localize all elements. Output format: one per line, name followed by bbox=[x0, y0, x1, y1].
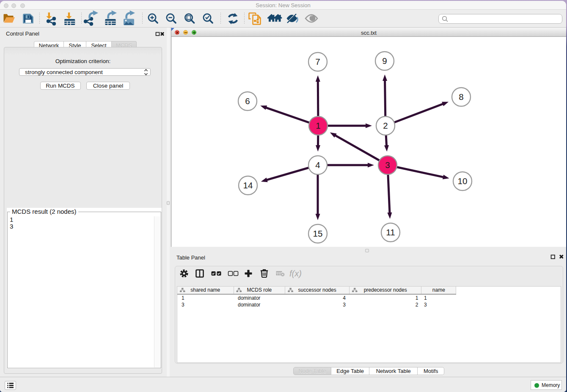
svg-text:8: 8 bbox=[459, 92, 463, 102]
svg-text:10: 10 bbox=[458, 176, 468, 186]
svg-text:9: 9 bbox=[382, 56, 387, 66]
svg-text:2: 2 bbox=[383, 121, 388, 130]
svg-text:4: 4 bbox=[315, 160, 320, 170]
svg-text:15: 15 bbox=[313, 229, 323, 238]
svg-text:3: 3 bbox=[385, 160, 390, 170]
svg-text:14: 14 bbox=[243, 180, 253, 190]
svg-text:6: 6 bbox=[245, 96, 250, 106]
svg-text:1: 1 bbox=[316, 121, 320, 130]
svg-text:11: 11 bbox=[386, 227, 395, 237]
svg-text:7: 7 bbox=[315, 57, 320, 66]
svg-text:f(x): f(x) bbox=[289, 269, 302, 278]
